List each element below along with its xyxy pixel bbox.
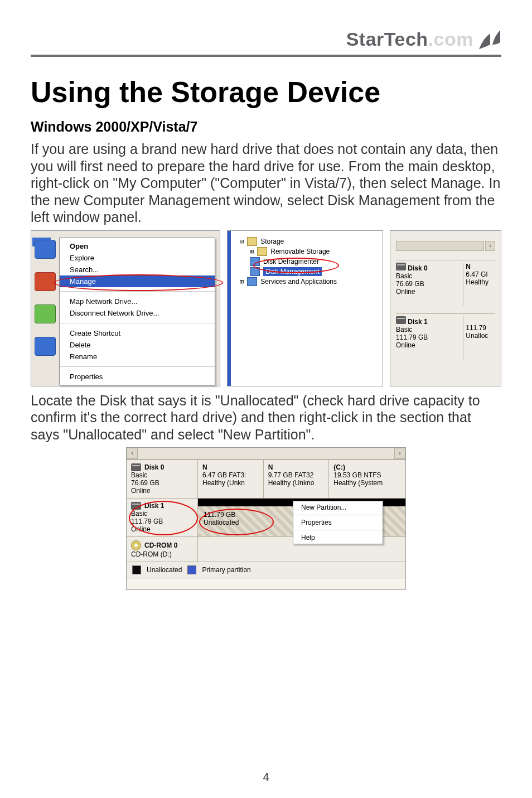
disk1-row[interactable]: Disk 1 Basic 111.79 GB Online 111.79 Una… [396, 313, 495, 360]
disk0-partition-2[interactable]: (C:) 19.53 GB NTFS Healthy (System [329, 460, 405, 498]
disk1-row[interactable]: Disk 1 Basic 111.79 GB Online 111.79 GB … [127, 498, 405, 536]
scroll-left-button[interactable]: ‹ [485, 241, 495, 251]
status-strip [127, 578, 405, 589]
unallocated-label: Unallocated [204, 519, 239, 526]
menu-item-properties[interactable]: Properties [60, 371, 215, 383]
legend-primary-label: Primary partition [202, 566, 250, 574]
brand-bar: StarTech.com [346, 28, 501, 50]
cdrom-icon [131, 540, 141, 550]
tree-node-disk-management[interactable]: Disk Management [234, 267, 337, 277]
menu-item-explore[interactable]: Explore [60, 252, 215, 264]
figure-row-1: My C Open Explore Search... Manage Map N… [31, 230, 501, 386]
figure-disk-list-small: ‹ Disk 0 Basic 76.69 GB Online N 6.47 GI… [390, 230, 501, 386]
header-divider [31, 55, 501, 57]
disk-icon [131, 502, 141, 510]
page-number: 4 [0, 771, 532, 784]
ctx-help[interactable]: Help [293, 531, 383, 544]
menu-item-rename[interactable]: Rename [60, 351, 215, 362]
scrollbar-track[interactable] [396, 241, 484, 251]
ie-icon[interactable] [35, 337, 56, 356]
desktop-icon-2[interactable] [35, 272, 56, 291]
brand-logo-icon [478, 28, 501, 50]
recycle-bin-icon[interactable] [35, 304, 56, 323]
brand-name: StarTech.com [346, 28, 473, 50]
page-title: Using the Storage Device [31, 75, 501, 109]
legend-unallocated-label: Unallocated [147, 566, 182, 574]
unallocated-size: 111.79 GB [204, 511, 239, 519]
top-scrollbar[interactable]: ‹ › [127, 448, 405, 460]
tree-vertical-bar [228, 231, 231, 386]
ctx-properties[interactable]: Properties [293, 516, 383, 529]
tree-node-storage[interactable]: ⊟Storage [234, 236, 337, 246]
disk0-row[interactable]: Disk 0 Basic 76.69 GB Online N 6.47 GB F… [127, 460, 405, 498]
desktop-icons [35, 240, 57, 369]
menu-item-shortcut[interactable]: Create Shortcut [60, 327, 215, 339]
my-computer-icon[interactable] [35, 240, 56, 259]
figure-context-menu: My C Open Explore Search... Manage Map N… [31, 230, 220, 386]
legend-swatch-unallocated [132, 565, 141, 574]
tree-node-defrag[interactable]: Disk Defragmenter [234, 257, 337, 267]
menu-item-delete[interactable]: Delete [60, 339, 215, 351]
disk0-partition-1[interactable]: N 9.77 GB FAT32 Healthy (Unkno [264, 460, 330, 498]
disk-icon [396, 316, 406, 324]
tree-node-removable[interactable]: ⊞Removable Storage [234, 246, 337, 257]
mmc-tree: ⊟Storage ⊞Removable Storage Disk Defragm… [234, 236, 337, 287]
menu-item-map-drive[interactable]: Map Network Drive... [60, 296, 215, 307]
legend: Unallocated Primary partition [127, 562, 405, 578]
menu-item-disconnect-drive[interactable]: Disconnect Network Drive... [60, 307, 215, 319]
menu-item-manage[interactable]: Manage [60, 275, 215, 287]
unallocated-context-menu: New Partition... Properties Help [293, 501, 383, 544]
disk-icon [131, 463, 141, 471]
tree-node-services[interactable]: ⊞Services and Applications [234, 277, 337, 287]
figure-tree-panel: ⊟Storage ⊞Removable Storage Disk Defragm… [227, 230, 383, 386]
disk-icon [396, 263, 406, 270]
scroll-left-button[interactable]: ‹ [127, 448, 138, 459]
section-subtitle: Windows 2000/XP/Vista/7 [31, 119, 501, 135]
disk0-row[interactable]: Disk 0 Basic 76.69 GB Online N 6.47 GI H… [396, 260, 495, 306]
paragraph-2: Locate the Disk that says it is "Unalloc… [31, 392, 501, 443]
ctx-new-partition[interactable]: New Partition... [293, 501, 383, 514]
my-computer-context-menu: Open Explore Search... Manage Map Networ… [59, 238, 215, 385]
paragraph-1: If you are using a brand new hard drive … [31, 141, 501, 226]
figure-disk-management-main: ‹ › Disk 0 Basic 76.69 GB Online N 6.47 … [126, 447, 406, 590]
scroll-right-button[interactable]: › [394, 448, 405, 459]
menu-item-search[interactable]: Search... [60, 264, 215, 275]
legend-swatch-primary [187, 565, 196, 574]
menu-item-open[interactable]: Open [60, 240, 215, 252]
disk0-partition-0[interactable]: N 6.47 GB FAT3: Healthy (Unkn [198, 460, 264, 498]
